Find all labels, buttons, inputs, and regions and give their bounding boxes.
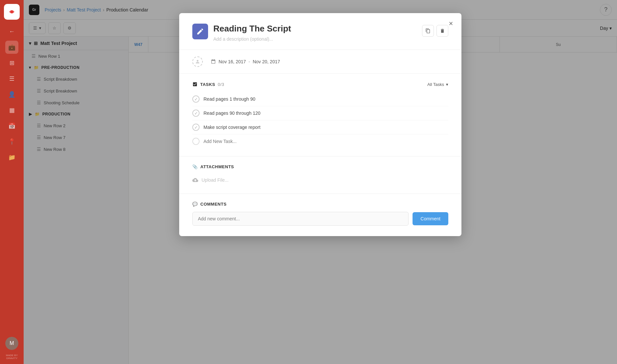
modal-title: Reading The Script	[213, 24, 412, 34]
section-header: TASKS 0/3 All Tasks ▾	[192, 82, 448, 87]
date-range: Nov 16, 2017 - Nov 20, 2017	[211, 59, 280, 64]
task-label-3: Make script coverage report	[203, 125, 261, 130]
modal-overlay[interactable]: × Reading The Script Add a description (…	[24, 0, 617, 364]
modal-meta: Nov 16, 2017 - Nov 20, 2017	[179, 50, 461, 74]
add-task-item	[192, 134, 448, 148]
nav-folder-icon[interactable]: 📁	[5, 151, 18, 164]
paperclip-icon: 📎	[192, 164, 198, 169]
add-task-circle	[192, 138, 200, 145]
main-area: Gr Projects › Matt Test Project › Produc…	[24, 0, 617, 364]
nav-briefcase-icon[interactable]: 💼	[5, 41, 18, 54]
nav-location-icon[interactable]: 📍	[5, 135, 18, 148]
modal-close-button[interactable]: ×	[446, 18, 456, 29]
nav-grid-icon[interactable]: ▦	[5, 104, 18, 117]
comments-title: 💬 COMMENTS	[192, 202, 448, 207]
assignee-avatar[interactable]	[192, 56, 203, 67]
svg-point-1	[11, 10, 13, 13]
add-task-input[interactable]	[203, 139, 448, 144]
comments-section: 💬 COMMENTS Comment	[179, 194, 461, 236]
upload-file-button[interactable]: Upload File...	[192, 174, 448, 186]
task-item-1: ✓ Read pages 1 through 90	[192, 92, 448, 106]
comment-submit-button[interactable]: Comment	[413, 212, 448, 225]
attachments-header: 📎 ATTACHMENTS	[192, 164, 448, 169]
nav-bar: ← 💼 ⊞ ☰ 👤 ▦ 📅 📍 📁 M MADE BY GRAVITY	[0, 0, 24, 364]
date-start[interactable]: Nov 16, 2017	[219, 59, 246, 64]
attachments-section: 📎 ATTACHMENTS Upload File...	[179, 156, 461, 194]
comment-icon: 💬	[192, 202, 198, 207]
comment-input[interactable]	[192, 212, 409, 226]
tasks-filter[interactable]: All Tasks ▾	[427, 82, 448, 87]
task-checkbox-3[interactable]: ✓	[192, 124, 200, 131]
made-by-label: MADE BY GRAVITY	[6, 354, 18, 360]
user-avatar[interactable]: M	[5, 337, 18, 350]
date-end[interactable]: Nov 20, 2017	[253, 59, 280, 64]
comment-input-area: Comment	[192, 212, 448, 226]
nav-calendar-icon[interactable]: 📅	[5, 119, 18, 132]
modal: × Reading The Script Add a description (…	[179, 13, 461, 236]
tasks-label: TASKS	[200, 82, 215, 87]
task-item-2: ✓ Read pages 90 through 120	[192, 106, 448, 120]
app-logo[interactable]	[4, 4, 20, 20]
task-checkbox-2[interactable]: ✓	[192, 110, 200, 117]
tasks-count: 0/3	[218, 82, 224, 87]
upload-label: Upload File...	[202, 177, 228, 183]
nav-columns-icon[interactable]: ⊞	[5, 56, 18, 70]
task-checkbox-1[interactable]: ✓	[192, 95, 200, 103]
modal-header: Reading The Script Add a description (op…	[179, 13, 461, 50]
copy-button[interactable]	[422, 25, 434, 37]
tasks-section-title: TASKS 0/3	[192, 82, 224, 87]
chevron-down-icon: ▾	[446, 82, 448, 87]
task-label-1: Read pages 1 through 90	[203, 96, 255, 102]
attachments-title: 📎 ATTACHMENTS	[192, 164, 234, 169]
task-item-3: ✓ Make script coverage report	[192, 120, 448, 134]
modal-icon	[192, 24, 208, 39]
tasks-section: TASKS 0/3 All Tasks ▾ ✓ Read pages 1 thr…	[179, 74, 461, 156]
attachments-label: ATTACHMENTS	[201, 164, 234, 169]
nav-table-icon[interactable]: ☰	[5, 72, 18, 85]
nav-back-icon[interactable]: ←	[5, 25, 18, 38]
nav-users-icon[interactable]: 👤	[5, 88, 18, 101]
comments-label: COMMENTS	[201, 202, 227, 207]
task-label-2: Read pages 90 through 120	[203, 111, 261, 116]
filter-label: All Tasks	[427, 82, 444, 87]
modal-actions	[422, 25, 448, 37]
modal-description[interactable]: Add a description (optional)...	[213, 36, 412, 42]
modal-title-area: Reading The Script Add a description (op…	[213, 24, 412, 42]
